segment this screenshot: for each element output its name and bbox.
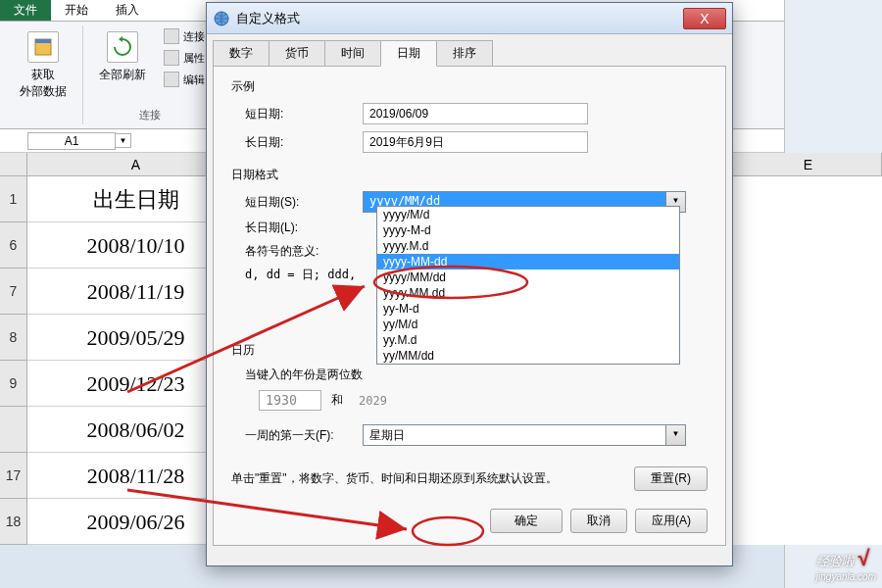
ribbon-group-data: 获取 外部数据 (4, 25, 83, 124)
row-header[interactable]: 7 (0, 269, 27, 315)
name-box-dropdown[interactable]: ▼ (116, 133, 131, 148)
dropdown-item[interactable]: yyyy/MM/dd (377, 270, 679, 285)
dialog-body: 示例 短日期: 长日期: 日期格式 短日期(S): yyyy/MM/dd ▼ 长… (213, 66, 726, 546)
dropdown-item[interactable]: yy/M/d (377, 317, 679, 332)
small-buttons: 连接 属性 编辑 (160, 27, 209, 88)
tab-sort[interactable]: 排序 (436, 40, 493, 66)
tab-number[interactable]: 数字 (213, 40, 270, 66)
watermark-brand: 经验啦 (816, 554, 855, 568)
symbol-line: d, dd = 日; ddd, (245, 267, 356, 283)
first-day-value[interactable]: 星期日 (363, 424, 666, 446)
dialog-titlebar[interactable]: 自定义格式 X (207, 3, 732, 34)
year-inputs: 和 2029 (231, 390, 708, 411)
conn-label: 连接 (183, 29, 205, 44)
refresh-label: 全部刷新 (99, 67, 146, 83)
row-header[interactable]: 8 (0, 315, 27, 361)
chevron-down-icon[interactable]: ▼ (666, 424, 686, 446)
edit-icon (164, 72, 179, 87)
short-date-label: 短日期: (245, 106, 363, 122)
reset-note: 单击"重置"，将数字、货币、时间和日期还原到系统默认设置。 (231, 470, 624, 487)
dropdown-item[interactable]: yyyy-MM-dd (377, 254, 679, 270)
dropdown-item[interactable]: yy-M-d (377, 301, 679, 317)
long-date-label: 长日期: (245, 134, 363, 151)
first-day-label: 一周的第一天(F): (245, 427, 363, 444)
row-header[interactable]: 17 (0, 453, 27, 499)
dropdown-item[interactable]: yy.M.d (377, 332, 679, 348)
dialog-tabs: 数字 货币 时间 日期 排序 (207, 34, 732, 66)
long-date-l-label: 长日期(L): (245, 220, 363, 236)
cancel-button[interactable]: 取消 (570, 509, 627, 533)
row-header[interactable]: 6 (0, 222, 27, 269)
short-date-preview (363, 103, 588, 124)
select-all-corner[interactable] (0, 153, 27, 175)
first-day-combo[interactable]: 星期日 ▼ (363, 424, 686, 446)
reset-note-row: 单击"重置"，将数字、货币、时间和日期还原到系统默认设置。 重置(R) (231, 466, 708, 491)
edit-links-button[interactable]: 编辑 (160, 71, 209, 88)
row-header[interactable]: 9 (0, 361, 27, 407)
two-digit-label: 当键入的年份是两位数 (245, 367, 363, 383)
check-icon: √ (858, 546, 869, 570)
svg-rect-1 (35, 39, 51, 43)
date-format-title: 日期格式 (231, 167, 708, 183)
dropdown-item[interactable]: yyyy.MM.dd (377, 285, 679, 301)
watermark-url: jingyanla.com (816, 571, 876, 582)
dialog-footer: 单击"重置"，将数字、货币、时间和日期还原到系统默认设置。 重置(R) 确定 取… (231, 466, 708, 533)
tab-time[interactable]: 时间 (324, 40, 381, 66)
symbol-meaning-label: 各符号的意义: (245, 243, 363, 260)
apply-button[interactable]: 应用(A) (635, 509, 708, 533)
get-data-label: 获取 外部数据 (20, 67, 67, 100)
ok-button[interactable]: 确定 (490, 509, 563, 533)
properties-button[interactable]: 属性 (160, 49, 209, 67)
custom-format-dialog: 自定义格式 X 数字 货币 时间 日期 排序 示例 短日期: 长日期: 日期格式… (206, 2, 733, 566)
refresh-icon (107, 31, 138, 63)
example-title: 示例 (231, 78, 708, 95)
edit-label: 编辑 (183, 73, 205, 87)
link-icon (164, 28, 179, 44)
group-connections-label: 连接 (139, 108, 161, 122)
tab-file[interactable]: 文件 (0, 0, 51, 21)
get-external-data-button[interactable]: 获取 外部数据 (12, 27, 74, 104)
row-header[interactable] (0, 407, 27, 453)
row-header[interactable]: 1 (0, 176, 27, 222)
example-group: 示例 短日期: 长日期: (231, 78, 708, 153)
ribbon-group-connections: 全部刷新 连接 属性 编辑 连接 (83, 25, 218, 124)
tab-date[interactable]: 日期 (380, 40, 437, 67)
dropdown-item[interactable]: yy/MM/dd (377, 348, 679, 364)
dialog-buttons: 确定 取消 应用(A) (231, 509, 708, 533)
database-icon (27, 31, 59, 63)
and-label: 和 (331, 392, 343, 409)
dialog-title: 自定义格式 (236, 10, 683, 27)
short-date-dropdown-list[interactable]: yyyy/M/dyyyy-M-dyyyy.M.dyyyy-MM-ddyyyy/M… (376, 206, 680, 365)
year-from-input[interactable] (259, 390, 321, 411)
connections-button[interactable]: 连接 (160, 27, 209, 45)
long-date-preview (363, 131, 588, 153)
tab-home[interactable]: 开始 (51, 0, 102, 21)
properties-icon (164, 50, 179, 66)
reset-button[interactable]: 重置(R) (634, 466, 708, 491)
dropdown-item[interactable]: yyyy.M.d (377, 238, 679, 254)
watermark: 经验啦 √ jingyanla.com (816, 546, 876, 582)
row-header[interactable]: 18 (0, 499, 27, 545)
close-button[interactable]: X (683, 8, 726, 29)
dropdown-item[interactable]: yyyy/M/d (377, 207, 679, 222)
short-date-s-label: 短日期(S): (245, 194, 363, 211)
refresh-all-button[interactable]: 全部刷新 (91, 27, 154, 88)
tab-currency[interactable]: 货币 (269, 40, 325, 66)
globe-icon (213, 10, 230, 27)
year-to-value: 2029 (353, 392, 416, 410)
props-label: 属性 (183, 51, 205, 66)
name-box[interactable] (27, 132, 116, 150)
tab-insert[interactable]: 插入 (102, 0, 153, 21)
dropdown-item[interactable]: yyyy-M-d (377, 222, 679, 238)
